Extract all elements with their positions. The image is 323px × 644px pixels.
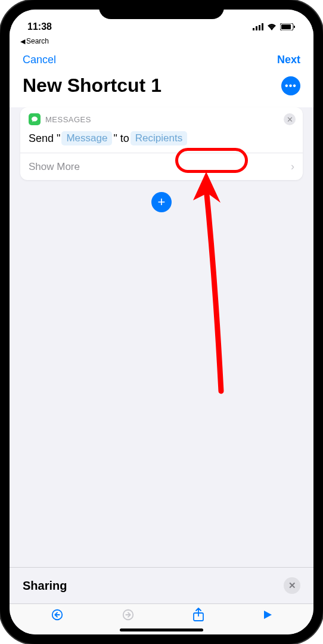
action-card: MESSAGES ✕ Send " Message " to Recipient…	[20, 107, 303, 180]
notch	[99, 0, 224, 19]
svg-rect-3	[262, 23, 263, 30]
undo-icon	[51, 608, 64, 621]
app-name-label: MESSAGES	[45, 115, 91, 124]
svg-rect-0	[253, 28, 254, 30]
show-more-button[interactable]: Show More ›	[20, 153, 303, 180]
show-more-label: Show More	[29, 161, 80, 173]
nav-bar: Cancel Next	[10, 49, 313, 72]
chevron-left-icon: ◀	[20, 38, 25, 45]
close-icon: ✕	[288, 580, 296, 591]
undo-button[interactable]	[51, 608, 64, 624]
home-indicator[interactable]	[120, 628, 203, 631]
wifi-icon	[267, 23, 277, 30]
recipients-token[interactable]: Recipients	[131, 131, 187, 145]
sharing-panel: Sharing ✕	[10, 567, 313, 603]
action-text-mid: " to	[113, 132, 129, 145]
page-title: New Shortcut 1	[23, 75, 162, 97]
play-icon	[262, 609, 273, 620]
plus-icon: +	[158, 194, 166, 210]
add-action-button[interactable]: +	[151, 192, 172, 212]
run-button[interactable]	[262, 609, 273, 623]
chevron-right-icon: ›	[291, 160, 294, 173]
status-time: 11:38	[27, 21, 52, 32]
battery-icon	[280, 23, 296, 30]
svg-rect-1	[256, 26, 257, 30]
status-icons	[253, 23, 296, 30]
messages-app-icon	[29, 113, 41, 125]
next-button[interactable]: Next	[277, 54, 300, 66]
svg-rect-6	[294, 26, 295, 28]
cancel-button[interactable]: Cancel	[23, 54, 56, 66]
action-body: Send " Message " to Recipients	[20, 129, 303, 153]
back-to-search[interactable]: ◀ Search	[10, 36, 313, 49]
action-header: MESSAGES ✕	[20, 107, 303, 129]
signal-icon	[253, 23, 263, 30]
title-row: New Shortcut 1 •••	[10, 72, 313, 107]
svg-rect-5	[281, 24, 291, 29]
content-area: MESSAGES ✕ Send " Message " to Recipient…	[10, 107, 313, 212]
more-button[interactable]: •••	[281, 76, 300, 95]
back-search-label: Search	[26, 37, 49, 45]
close-icon: ✕	[287, 115, 293, 124]
remove-action-button[interactable]: ✕	[284, 113, 296, 125]
svg-rect-2	[259, 25, 260, 30]
action-text-prefix: Send "	[29, 132, 60, 145]
sharing-close-button[interactable]: ✕	[284, 577, 300, 594]
ellipsis-icon: •••	[285, 80, 297, 91]
phone-frame: 11:38 ◀ Search Cancel Next New Shortcut …	[0, 0, 323, 644]
share-button[interactable]	[192, 608, 204, 625]
message-token[interactable]: Message	[61, 131, 112, 145]
screen: 11:38 ◀ Search Cancel Next New Shortcut …	[10, 10, 313, 634]
sharing-title: Sharing	[23, 579, 67, 593]
share-icon	[192, 608, 204, 622]
redo-button	[122, 608, 135, 624]
redo-icon	[122, 608, 135, 621]
